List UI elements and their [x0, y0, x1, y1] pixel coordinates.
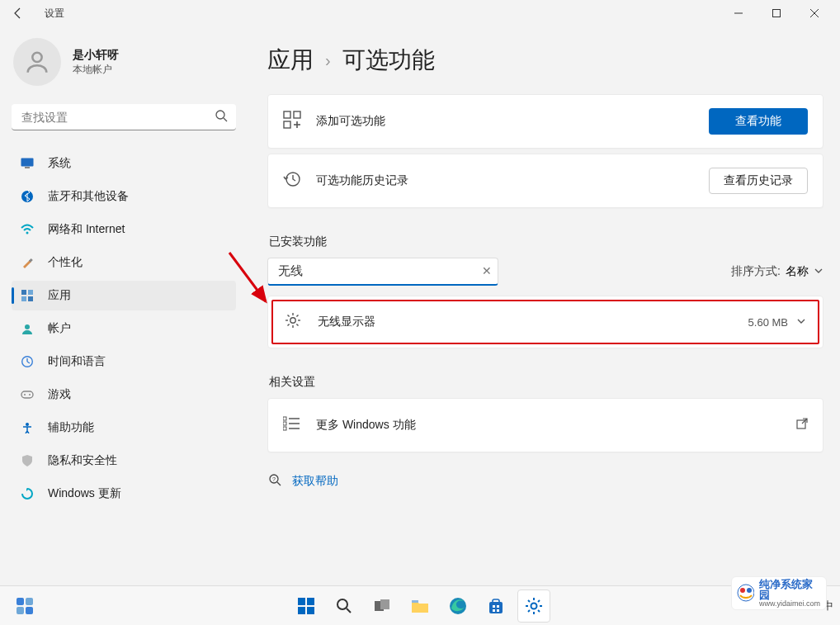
taskbar: 中 纯净系统家园 www.yidaimei.com — [0, 585, 840, 625]
sidebar-item-label: 帐户 — [48, 321, 71, 336]
sidebar-item-accounts[interactable]: 帐户 — [12, 314, 236, 343]
svg-line-74 — [538, 610, 540, 612]
shield-icon — [20, 455, 35, 466]
sidebar-item-label: 个性化 — [48, 255, 83, 270]
file-explorer-button[interactable] — [403, 589, 437, 623]
history-card: 可选功能历史记录 查看历史记录 — [267, 154, 823, 208]
svg-rect-37 — [283, 417, 286, 420]
svg-line-6 — [224, 118, 227, 121]
list-icon — [283, 416, 303, 434]
widgets-button[interactable] — [8, 589, 41, 623]
breadcrumb-parent[interactable]: 应用 — [267, 45, 314, 76]
svg-rect-52 — [298, 598, 305, 605]
brush-icon — [20, 257, 35, 268]
add-feature-card: 添加可选功能 查看功能 — [267, 94, 823, 149]
svg-rect-50 — [17, 607, 24, 614]
history-icon — [283, 170, 303, 192]
sidebar-item-personalize[interactable]: 个性化 — [12, 248, 236, 277]
update-icon — [20, 488, 35, 500]
breadcrumb-current: 可选功能 — [342, 45, 435, 76]
sidebar-item-update[interactable]: Windows 更新 — [12, 479, 236, 509]
apps-icon — [20, 290, 35, 301]
sidebar-item-privacy[interactable]: 隐私和安全性 — [12, 446, 236, 476]
sidebar-item-network[interactable]: 网络和 Internet — [12, 215, 236, 244]
svg-line-36 — [288, 324, 290, 325]
result-highlight: 无线显示器 5.60 MB — [271, 300, 819, 344]
avatar — [13, 38, 61, 86]
svg-rect-59 — [380, 599, 389, 609]
sidebar-item-system[interactable]: 系统 — [12, 149, 236, 178]
system-icon — [20, 158, 35, 169]
start-button[interactable] — [290, 589, 323, 623]
sidebar-item-label: 隐私和安全性 — [48, 453, 117, 468]
watermark-brand: 纯净系统家园 — [759, 579, 821, 600]
add-feature-icon — [283, 111, 303, 132]
svg-point-16 — [25, 324, 30, 329]
task-view-button[interactable] — [366, 589, 399, 623]
view-features-button[interactable]: 查看功能 — [709, 108, 808, 135]
help-icon: ? — [267, 472, 282, 490]
more-windows-features[interactable]: 更多 Windows 功能 — [267, 398, 823, 452]
store-button[interactable] — [479, 589, 512, 623]
sidebar-item-time[interactable]: 时间和语言 — [12, 347, 236, 376]
sidebar-item-label: 游戏 — [48, 387, 71, 402]
search-icon — [215, 109, 228, 125]
edge-button[interactable] — [441, 589, 474, 623]
svg-rect-12 — [21, 290, 26, 295]
svg-rect-22 — [284, 111, 290, 118]
view-history-button[interactable]: 查看历史记录 — [709, 168, 808, 194]
svg-rect-24 — [284, 121, 290, 128]
svg-rect-18 — [21, 391, 33, 398]
sidebar: 是小轩呀 本地帐户 系统 蓝牙和其他设备 网络和 Internet — [0, 26, 248, 585]
window-title: 设置 — [45, 7, 64, 21]
nav-list: 系统 蓝牙和其他设备 网络和 Internet 个性化 应用 帐户 — [12, 149, 236, 509]
search-input[interactable] — [12, 104, 236, 130]
chevron-down-icon — [814, 265, 823, 278]
sidebar-item-accessibility[interactable]: 辅助功能 — [12, 413, 236, 443]
maximize-button[interactable] — [757, 0, 795, 26]
breadcrumb: 应用 › 可选功能 — [267, 45, 823, 76]
sidebar-item-gaming[interactable]: 游戏 — [12, 380, 236, 410]
sidebar-item-label: 时间和语言 — [48, 354, 106, 369]
svg-rect-1 — [773, 10, 781, 17]
clear-icon[interactable]: ✕ — [482, 264, 492, 277]
sort-label: 排序方式: — [731, 264, 781, 279]
svg-rect-13 — [28, 290, 33, 295]
profile-block[interactable]: 是小轩呀 本地帐户 — [13, 38, 236, 86]
profile-subtitle: 本地帐户 — [73, 63, 119, 77]
sort-block[interactable]: 排序方式: 名称 — [731, 264, 823, 279]
svg-point-56 — [337, 599, 347, 609]
minimize-button[interactable] — [720, 0, 757, 26]
feature-row[interactable]: 无线显示器 5.60 MB — [273, 301, 818, 343]
help-link[interactable]: ? 获取帮助 — [267, 472, 823, 490]
svg-point-20 — [29, 394, 31, 395]
watermark: 纯净系统家园 www.yidaimei.com — [731, 576, 827, 610]
svg-line-33 — [288, 315, 290, 317]
settings-app-button[interactable] — [517, 589, 550, 623]
gaming-icon — [20, 390, 35, 400]
clock-icon — [20, 356, 35, 367]
svg-point-28 — [290, 318, 295, 323]
svg-rect-48 — [17, 598, 24, 605]
sidebar-item-bluetooth[interactable]: 蓝牙和其他设备 — [12, 182, 236, 211]
watermark-logo-icon — [737, 584, 754, 602]
svg-line-35 — [296, 315, 298, 317]
watermark-url: www.yidaimei.com — [759, 600, 821, 608]
profile-name: 是小轩呀 — [73, 48, 119, 63]
feature-size: 5.60 MB — [748, 316, 788, 329]
svg-text:?: ? — [272, 476, 276, 482]
close-button[interactable] — [795, 0, 833, 26]
svg-point-79 — [747, 588, 752, 593]
filter-input[interactable] — [267, 258, 498, 286]
back-button[interactable] — [7, 7, 30, 20]
taskbar-search-button[interactable] — [328, 589, 361, 623]
search-box[interactable] — [12, 104, 236, 130]
sidebar-item-apps[interactable]: 应用 — [12, 281, 236, 310]
content-area: 应用 › 可选功能 添加可选功能 查看功能 可选功能历史记录 查看历史记录 已安… — [248, 26, 840, 585]
filter-row: ✕ 排序方式: 名称 — [267, 258, 823, 286]
svg-point-78 — [740, 588, 745, 593]
related-title: 相关设置 — [269, 375, 823, 390]
svg-line-73 — [528, 600, 530, 602]
svg-rect-15 — [28, 296, 33, 301]
svg-point-10 — [26, 232, 29, 234]
